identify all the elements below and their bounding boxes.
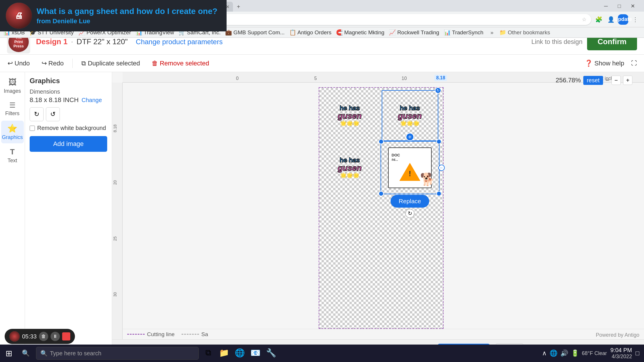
scale-right-handle[interactable]: ↔ (438, 165, 445, 171)
sticker-cell-3[interactable]: he has gusen 🌟🌟🌟 (322, 142, 378, 193)
bookmark-mag-icon: 🧲 (336, 29, 343, 36)
battery-icon[interactable]: 🔋 (571, 349, 579, 357)
new-tab-button[interactable]: + (234, 2, 243, 12)
system-icons: ∧ 🌐 🔊 🔋 68°F Clear (542, 349, 607, 357)
yt-video-title: What is a gang sheet and how do I create… (37, 6, 217, 16)
app-container: ThePrintPress Design 1 · DTF 22" x 120" … (0, 29, 644, 362)
sidebar-item-images[interactable]: 🖼 Images (1, 74, 24, 97)
remove-button[interactable]: 🗑 Remove selected (149, 58, 212, 69)
maximize-button[interactable]: □ (614, 1, 625, 12)
app5-icon: 🔧 (266, 348, 276, 358)
design-info: Design 1 · DTF 22" x 120" Change product… (36, 37, 525, 46)
rec-delete-button[interactable]: 🗑 (39, 332, 48, 341)
taskbar-task-view[interactable]: ⧉ (201, 345, 216, 361)
rec-stop-button[interactable] (62, 332, 70, 340)
yt-info: What is a gang sheet and how do I create… (37, 6, 217, 25)
dimensions-label: Dimensions (30, 88, 107, 95)
link-design-link[interactable]: Link to this design (531, 38, 582, 46)
design-name: Design 1 (36, 37, 67, 46)
warning-triangle-container: ! (399, 163, 420, 181)
weather-text: 68°F Clear (582, 350, 607, 356)
rotate-ccw-button[interactable]: ↺ (46, 107, 60, 121)
fullscreen-button[interactable]: ⛶ (629, 58, 639, 69)
sticker-1: he has gusen 🌟🌟🌟 (338, 105, 362, 126)
dimensions-row: 8.18 x 8.18 INCH Change (30, 96, 107, 104)
cortana-icon: 🔍 (22, 349, 30, 357)
menu-button[interactable]: ⋮ (630, 14, 641, 25)
sticker-text: DOC#d... (392, 153, 400, 162)
yt-author-row: from Denielle Lue (37, 17, 217, 25)
chevron-up-icon[interactable]: ∧ (542, 349, 547, 357)
sidebar-item-text[interactable]: T Text (1, 145, 24, 167)
cutting-line-label: Cutting line (147, 331, 175, 338)
taskbar-right: ∧ 🌐 🔊 🔋 68°F Clear 9:04 PM 4/3/2022 □ (542, 347, 644, 360)
canvas-container: he has gusen 🌟🌟🌟 he has gusen (123, 83, 639, 329)
sidebar-item-graphics[interactable]: ⭐ Graphics (1, 121, 24, 143)
sticker-cell-4[interactable]: ✛ ↔ DOC#d... ! (382, 142, 438, 193)
chrome-icon: 🌐 (235, 348, 245, 358)
cutting-legend: Cutting line Sa (123, 329, 644, 339)
safe-line-dash (182, 334, 199, 335)
rec-avatar (9, 331, 20, 342)
update-button[interactable]: Update (618, 14, 628, 25)
close-browser-button[interactable]: ✕ (627, 1, 638, 12)
sidebar-item-filters[interactable]: ☰ Filters (1, 98, 24, 120)
bookmark-rw-icon: 📈 (389, 29, 396, 36)
bookmark-star-icon[interactable]: ☆ (582, 16, 586, 23)
sticker-cell-2[interactable]: he has gusen 🌟🌟🌟 ↻ (382, 90, 438, 141)
sidebar: 🖼 Images ☰ Filters ⭐ Graphics T Text (0, 72, 25, 362)
taskbar-app5[interactable]: 🔧 (264, 345, 278, 361)
taskbar-chrome[interactable]: 🌐 (232, 345, 247, 361)
clock[interactable]: 9:04 PM 4/3/2022 (610, 347, 632, 360)
volume-icon[interactable]: 🔊 (560, 349, 568, 357)
bookmark-gmb[interactable]: 💼 GMB Support Com... (225, 29, 284, 36)
bookmark-magnetic[interactable]: 🧲 Magnetic Mkting (336, 29, 384, 36)
sticker-grid: he has gusen 🌟🌟🌟 he has gusen (319, 88, 443, 195)
redo-button[interactable]: ↪ Redo (39, 58, 67, 69)
sticker-3: he has gusen 🌟🌟🌟 (338, 157, 362, 179)
more-bookmarks[interactable]: » (490, 29, 494, 36)
safe-line-label: Sa (201, 331, 208, 338)
warning-sticker: DOC#d... ! 🐕 (388, 147, 432, 188)
undo-button[interactable]: ↩ Undo (5, 58, 33, 69)
graphics-icon: ⭐ (7, 124, 17, 133)
safe-line-legend: Sa (182, 331, 208, 338)
canvas-empty-space (319, 195, 443, 297)
ruler-v-mark-25: 25 (113, 236, 117, 241)
taskbar-outlook[interactable]: 📧 (248, 345, 263, 361)
change-dimensions-link[interactable]: Change (82, 97, 102, 104)
rec-pause-button[interactable]: ⏸ (51, 332, 60, 341)
network-icon[interactable]: 🌐 (550, 349, 557, 357)
sticker-cell-1[interactable]: he has gusen 🌟🌟🌟 (322, 90, 378, 141)
ruler-v-mark-818: 8.18 (113, 124, 117, 132)
replace-button[interactable]: Replace (390, 195, 429, 208)
change-params-link[interactable]: Change product parameters (136, 38, 223, 46)
ruler-mark-5: 5 (314, 76, 317, 81)
remove-bg-label: Remove white background (37, 125, 106, 131)
extensions-button[interactable]: 🧩 (593, 14, 604, 25)
other-bookmarks[interactable]: 📁 Other bookmarks (499, 29, 550, 36)
remove-bg-checkbox[interactable] (30, 126, 35, 131)
show-help-button[interactable]: ❓ Show help (585, 60, 624, 67)
bookmark-rockwell[interactable]: 📈 Rockwell Trading (389, 29, 439, 36)
rotate-bottom-handle[interactable]: ↻ (405, 209, 415, 218)
duplicate-button[interactable]: ⧉ Duplicate selected (78, 58, 143, 69)
ruler-mark-0: 0 (236, 76, 239, 81)
bookmark-tradersynch[interactable]: 📊 TraderSynch (444, 29, 483, 36)
add-image-button[interactable]: Add image (30, 136, 107, 152)
design-canvas[interactable]: he has gusen 🌟🌟🌟 he has gusen (319, 87, 444, 329)
taskbar-search-bar[interactable]: 🔍 Type here to search (36, 347, 199, 360)
main-layout: 🖼 Images ☰ Filters ⭐ Graphics T Text Gra… (0, 72, 644, 362)
rec-time: 05:33 (22, 333, 37, 340)
taskbar-file-explorer[interactable]: 📁 (217, 345, 231, 361)
minimize-button[interactable]: ─ (600, 1, 611, 12)
task-view-icon: ⧉ (205, 348, 211, 358)
bookmark-antigo[interactable]: 📋 Antigo Orders (289, 29, 331, 36)
powered-by: Powered by Antigo (596, 332, 639, 338)
rotate-cw-button[interactable]: ↻ (30, 107, 44, 121)
start-button[interactable]: ⊞ (0, 345, 17, 362)
rotate-handle-tr[interactable]: ↻ (435, 87, 441, 94)
canvas-workspace[interactable]: he has gusen 🌟🌟🌟 he has gusen (123, 83, 639, 329)
show-desktop-button[interactable]: □ (636, 349, 639, 357)
cortana-button[interactable]: 🔍 (17, 345, 34, 361)
